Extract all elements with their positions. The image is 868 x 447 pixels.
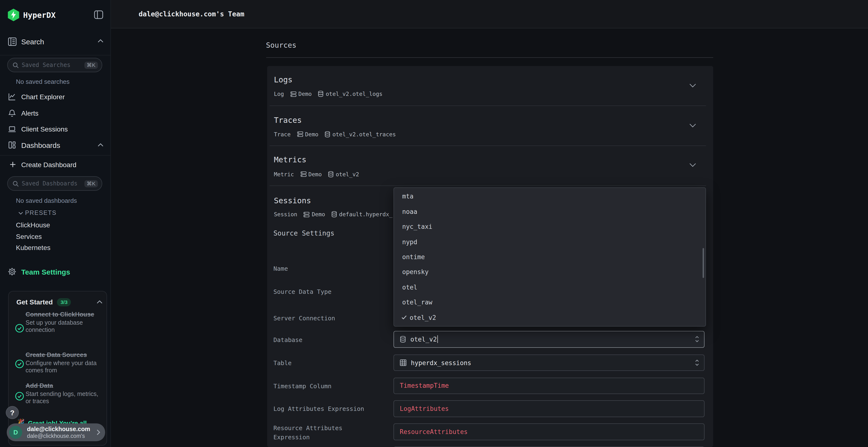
create-dashboard-label: Create Dashboard <box>21 161 76 169</box>
chevron-down-icon[interactable] <box>689 163 696 167</box>
get-started-badge: 3/3 <box>57 298 71 306</box>
get-started-item-desc: Configure where your data comes from <box>26 359 102 375</box>
database-icon <box>400 336 406 343</box>
user-name: dale@clickhouse.com <box>27 425 96 433</box>
resource-attributes-input[interactable]: ResourceAttributes <box>394 423 705 440</box>
source-row-title: Traces <box>274 115 302 125</box>
create-dashboard-button[interactable]: Create Dashboard <box>0 160 111 171</box>
connection-name: Demo <box>305 131 318 138</box>
dropdown-option[interactable]: otel_raw <box>394 295 706 310</box>
source-row-title: Metrics <box>274 155 306 164</box>
saved-searches-shortcut: ⌘K <box>84 61 98 69</box>
sidebar-item-team-settings[interactable]: Team Settings <box>0 266 111 278</box>
divider <box>270 145 706 146</box>
sidebar: HyperDX Search ⌘ <box>0 0 111 447</box>
source-table-name: otel_v2.otel_traces <box>333 131 396 138</box>
log-attributes-input[interactable]: LogAttributes <box>394 400 705 417</box>
server-icon <box>300 171 306 177</box>
dropdown-option[interactable]: ontime <box>394 249 706 265</box>
check-circle-icon <box>15 391 24 401</box>
user-account-button[interactable]: D dale@clickhouse.com dale@clickhouse.co… <box>7 423 105 441</box>
database-icon <box>325 131 331 138</box>
source-row-meta: Session Demo default.hyperdx_s <box>274 211 393 218</box>
dropdown-option[interactable]: mta <box>394 189 706 204</box>
select-chevrons-icon <box>695 336 699 343</box>
sidebar-divider <box>0 155 111 156</box>
get-started-item[interactable]: Connect to ClickHouse Set up your databa… <box>26 310 99 334</box>
database-icon <box>318 91 324 97</box>
hyperdx-logo-icon <box>7 9 20 21</box>
database-icon <box>328 171 334 177</box>
source-table-name: otel_v2.otel_logs <box>326 91 382 97</box>
divider <box>270 185 706 186</box>
sidebar-section-search-label: Search <box>21 38 44 46</box>
chevron-up-icon <box>97 39 104 43</box>
sidebar-item-chart-explorer[interactable]: Chart Explorer <box>0 92 111 103</box>
connection-name: Demo <box>299 91 312 97</box>
text-caret <box>437 335 438 343</box>
chevron-down-icon[interactable] <box>689 83 696 88</box>
dropdown-option[interactable]: nypd <box>394 234 706 249</box>
sidebar-item-alerts[interactable]: Alerts <box>0 108 111 119</box>
table-select[interactable]: hyperdx_sessions <box>394 354 705 371</box>
saved-dashboards-input[interactable] <box>22 180 84 187</box>
presets-toggle[interactable]: PRESETS <box>0 209 111 218</box>
get-started-item-title: Create Data Sources <box>26 350 102 359</box>
search-panel-icon <box>8 37 17 46</box>
get-started-item-title: Add Data <box>26 381 99 390</box>
dropdown-option[interactable]: otel <box>394 280 706 295</box>
saved-searches-search[interactable]: ⌘K <box>7 58 102 72</box>
database-label: Database <box>273 335 302 344</box>
name-label: Name <box>273 264 288 273</box>
dashboards-icon <box>8 141 17 149</box>
server-icon <box>297 131 303 137</box>
chart-explorer-icon <box>8 93 17 101</box>
sidebar-item-label: Dashboards <box>21 141 60 149</box>
avatar: D <box>9 426 22 439</box>
saved-dashboards-search[interactable]: ⌘K <box>7 176 102 191</box>
source-row-meta: Trace Demo otel_v2.otel_traces <box>274 131 396 138</box>
dropdown-option[interactable]: opensky <box>394 265 706 280</box>
search-icon <box>12 62 19 68</box>
get-started-item[interactable]: Create Data Sources Configure where your… <box>26 350 102 375</box>
sidebar-section-search[interactable]: Search <box>0 35 111 51</box>
help-label: ? <box>10 409 14 417</box>
server-icon <box>290 91 297 97</box>
source-type-badge: Trace <box>274 131 290 138</box>
sidebar-item-dashboards[interactable]: Dashboards <box>0 140 111 151</box>
collapse-sidebar-button[interactable] <box>94 10 104 20</box>
source-settings-heading: Source Settings <box>273 229 334 237</box>
get-started-item-title: Connect to ClickHouse <box>26 310 99 319</box>
get-started-item[interactable]: Add Data Start sending logs, metrics, or… <box>26 381 99 405</box>
sidebar-item-client-sessions[interactable]: Client Sessions <box>0 124 111 135</box>
saved-searches-input[interactable] <box>22 62 84 68</box>
connection-name: Demo <box>308 171 322 177</box>
database-select[interactable]: otel_v2 <box>394 331 705 347</box>
plus-icon <box>10 161 16 168</box>
server-icon <box>304 211 310 217</box>
timestamp-column-input[interactable]: TimestampTime <box>394 377 705 394</box>
get-started-item-desc: Start sending logs, metrics, or traces <box>26 390 99 405</box>
preset-item-clickhouse[interactable]: ClickHouse <box>16 221 50 229</box>
dropdown-scrollbar[interactable] <box>703 248 704 278</box>
source-table-name: otel_v2 <box>336 171 359 177</box>
dropdown-option[interactable]: noaa <box>394 204 706 219</box>
server-connection-label: Server Connection <box>273 313 335 322</box>
database-icon <box>331 211 337 218</box>
team-page-title: dale@clickhouse.com's Team <box>138 10 244 18</box>
dropdown-option[interactable]: nyc_taxi <box>394 219 706 234</box>
preset-item-kubernetes[interactable]: Kubernetes <box>16 244 51 251</box>
bell-icon <box>8 109 17 117</box>
chevron-up-icon <box>97 143 104 147</box>
sources-heading-rule <box>266 57 713 58</box>
source-table-name: default.hyperdx_s <box>339 211 393 218</box>
chevron-down-icon[interactable] <box>689 123 696 128</box>
get-started-title: Get Started <box>17 299 53 306</box>
timestamp-column-label: Timestamp Column <box>273 381 332 391</box>
source-data-type-label: Source Data Type <box>273 287 332 296</box>
chevron-up-icon[interactable] <box>96 300 103 304</box>
dropdown-option-selected[interactable]: otel_v2 <box>394 310 706 325</box>
help-button[interactable]: ? <box>6 406 19 419</box>
resource-attributes-value: ResourceAttributes <box>400 428 468 436</box>
preset-item-services[interactable]: Services <box>16 232 42 240</box>
